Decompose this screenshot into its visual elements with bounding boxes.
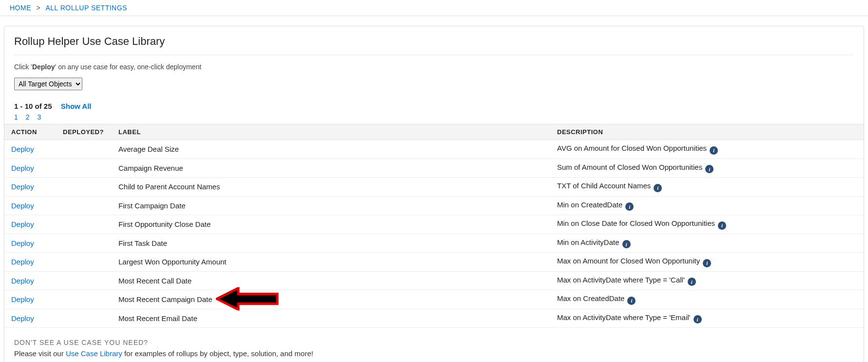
- label-cell: First Task Date: [114, 234, 552, 253]
- deployed-cell: [58, 178, 114, 197]
- info-icon[interactable]: i: [625, 202, 634, 211]
- description-text: Min on ActivityDate: [557, 238, 619, 246]
- table-header-row: ACTION DEPLOYED? LABEL DESCRIPTION: [4, 124, 864, 140]
- deployed-cell: [58, 290, 114, 309]
- col-action: ACTION: [4, 124, 58, 140]
- description-cell: Min on ActivityDatei: [552, 234, 864, 253]
- label-cell: Average Deal Size: [114, 140, 552, 159]
- deploy-link[interactable]: Deploy: [11, 220, 34, 228]
- description-text: Max on CreatedDate: [557, 294, 624, 302]
- main-panel: Rollup Helper Use Case Library Click 'De…: [4, 26, 864, 362]
- deploy-instruction: Click 'Deploy' on any use case for easy,…: [14, 63, 854, 71]
- deployed-cell: [58, 159, 114, 178]
- col-description: DESCRIPTION: [552, 124, 864, 140]
- description-cell: Max on Amount for Closed Won Opportunity…: [552, 253, 864, 272]
- footer-block: DON'T SEE A USE CASE YOU NEED? Please vi…: [4, 339, 864, 358]
- table-row: DeployFirst Opportunity Close DateMin on…: [4, 215, 864, 234]
- page-link-1[interactable]: 1: [14, 113, 18, 121]
- description-text: AVG on Amount for Closed Won Opportuniti…: [557, 144, 707, 152]
- page-title: Rollup Helper Use Case Library: [14, 35, 854, 55]
- col-label: LABEL: [114, 124, 552, 140]
- footer-text-post: for examples of rollups by object, type,…: [122, 349, 313, 358]
- table-row: DeployFirst Campaign DateMin on CreatedD…: [4, 196, 864, 215]
- use-case-table: ACTION DEPLOYED? LABEL DESCRIPTION Deplo…: [4, 124, 864, 328]
- info-icon[interactable]: i: [705, 165, 714, 173]
- footer-text: Please visit our Use Case Library for ex…: [14, 349, 854, 358]
- deployed-cell: [58, 253, 114, 272]
- label-cell: Most Recent Campaign Date: [114, 290, 552, 309]
- target-object-select[interactable]: All Target Objects: [14, 78, 82, 90]
- description-text: Min on CreatedDate: [557, 201, 622, 209]
- deploy-link[interactable]: Deploy: [11, 295, 34, 303]
- instruction-bold: Deploy: [32, 63, 55, 71]
- label-cell: First Opportunity Close Date: [114, 215, 552, 234]
- use-case-library-link[interactable]: Use Case Library: [66, 349, 122, 358]
- info-icon[interactable]: i: [654, 184, 662, 192]
- info-icon[interactable]: i: [627, 297, 636, 305]
- info-icon[interactable]: i: [718, 221, 726, 230]
- deploy-link[interactable]: Deploy: [11, 201, 34, 210]
- deploy-link[interactable]: Deploy: [11, 145, 34, 153]
- page-link-2[interactable]: 2: [26, 113, 30, 121]
- arrow-annotation-icon: [216, 287, 279, 312]
- info-icon[interactable]: i: [688, 278, 696, 286]
- info-icon[interactable]: i: [622, 240, 631, 248]
- info-icon[interactable]: i: [703, 259, 711, 267]
- breadcrumb-current[interactable]: ALL ROLLUP SETTINGS: [45, 4, 127, 12]
- page-numbers: 1 2 3: [14, 113, 854, 121]
- description-cell: Sum of Amount of Closed Won Opportunitie…: [552, 159, 864, 178]
- table-row: DeployChild to Parent Account NamesTXT o…: [4, 178, 864, 197]
- paginator: 1 - 10 of 25 Show All 1 2 3: [14, 102, 854, 121]
- label-cell: Largest Won Opportunity Amount: [114, 253, 552, 272]
- description-text: TXT of Child Account Names: [557, 181, 651, 190]
- deploy-link[interactable]: Deploy: [11, 258, 34, 266]
- show-all-link[interactable]: Show All: [61, 102, 92, 110]
- label-cell: Child to Parent Account Names: [114, 178, 552, 197]
- label-cell: Campaign Revenue: [114, 159, 552, 178]
- label-cell: Most Recent Call Date: [114, 271, 552, 290]
- deploy-link[interactable]: Deploy: [11, 314, 34, 322]
- description-text: Sum of Amount of Closed Won Opportunitie…: [557, 163, 702, 171]
- description-cell: Min on CreatedDatei: [552, 196, 864, 215]
- footer-heading: DON'T SEE A USE CASE YOU NEED?: [14, 339, 854, 346]
- description-text: Max on Amount for Closed Won Opportunity: [557, 257, 700, 265]
- description-cell: Max on ActivityDate where Type = 'Email'…: [552, 309, 864, 328]
- info-icon[interactable]: i: [710, 146, 718, 155]
- deployed-cell: [58, 271, 114, 290]
- breadcrumb-sep: >: [36, 4, 40, 12]
- info-icon[interactable]: i: [694, 315, 702, 323]
- description-cell: TXT of Child Account Namesi: [552, 178, 864, 197]
- deploy-link[interactable]: Deploy: [11, 239, 34, 247]
- page-link-3[interactable]: 3: [37, 113, 41, 121]
- deployed-cell: [58, 196, 114, 215]
- table-row: DeployMost Recent Campaign DateMax on Cr…: [4, 290, 864, 309]
- deploy-link[interactable]: Deploy: [11, 182, 34, 191]
- label-cell: Most Recent Email Date: [114, 309, 552, 328]
- table-row: DeployLargest Won Opportunity AmountMax …: [4, 253, 864, 272]
- deployed-cell: [58, 234, 114, 253]
- table-row: DeployAverage Deal SizeAVG on Amount for…: [4, 140, 864, 159]
- description-cell: AVG on Amount for Closed Won Opportuniti…: [552, 140, 864, 159]
- table-row: DeployMost Recent Call DateMax on Activi…: [4, 271, 864, 290]
- description-text: Max on ActivityDate where Type = 'Call': [557, 276, 685, 284]
- instruction-pre: Click ': [14, 63, 32, 71]
- pagination-range: 1 - 10 of 25: [14, 102, 52, 110]
- description-cell: Max on CreatedDatei: [552, 290, 864, 309]
- svg-marker-0: [217, 288, 277, 309]
- footer-text-pre: Please visit our: [14, 349, 66, 358]
- deployed-cell: [58, 309, 114, 328]
- label-cell: First Campaign Date: [114, 196, 552, 215]
- description-text: Min on Close Date for Closed Won Opportu…: [557, 219, 715, 227]
- instruction-post: ' on any use case for easy, one-click de…: [55, 63, 201, 71]
- table-row: DeployCampaign RevenueSum of Amount of C…: [4, 159, 864, 178]
- table-row: DeployMost Recent Email DateMax on Activ…: [4, 309, 864, 328]
- breadcrumb-home[interactable]: HOME: [10, 4, 31, 12]
- deployed-cell: [58, 215, 114, 234]
- description-cell: Max on ActivityDate where Type = 'Call'i: [552, 271, 864, 290]
- breadcrumb: HOME > ALL ROLLUP SETTINGS: [0, 0, 868, 16]
- table-row: DeployFirst Task DateMin on ActivityDate…: [4, 234, 864, 253]
- deployed-cell: [58, 140, 114, 159]
- description-text: Max on ActivityDate where Type = 'Email': [557, 313, 691, 322]
- deploy-link[interactable]: Deploy: [11, 164, 34, 172]
- deploy-link[interactable]: Deploy: [11, 277, 34, 285]
